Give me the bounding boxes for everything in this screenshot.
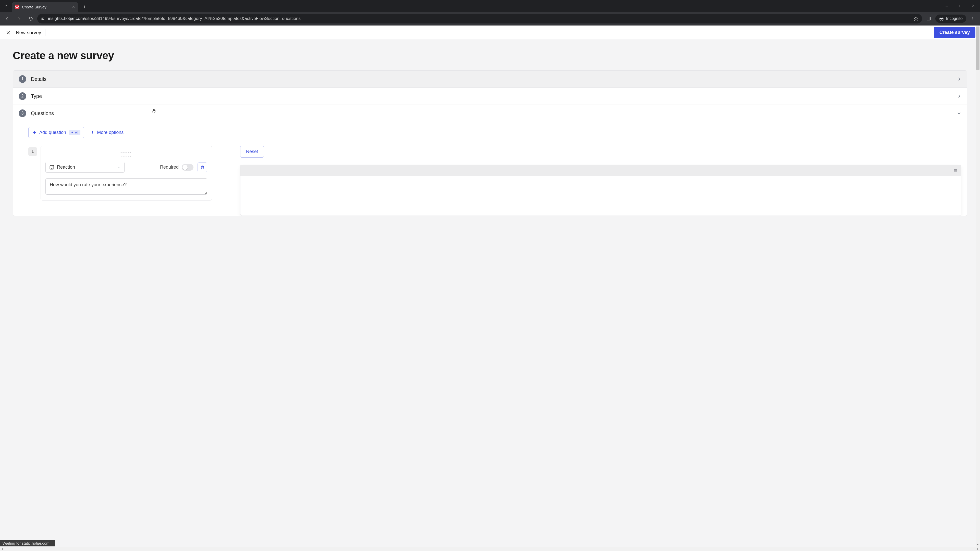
page-body: Create a new survey 1 Details 2 Type 3 Q… (0, 40, 980, 551)
panel-icon (926, 16, 931, 21)
scroll-right-arrow[interactable]: ► (976, 548, 980, 550)
question-card: •••••••••••• Reaction Required (41, 146, 212, 200)
questions-toolbar: Add question AI More options (28, 127, 961, 138)
required-toggle[interactable] (182, 164, 193, 171)
scroll-down-arrow[interactable]: ▼ (976, 542, 980, 547)
svg-point-4 (973, 19, 974, 20)
delete-question-button[interactable] (197, 162, 207, 172)
window-close[interactable] (967, 0, 980, 12)
nav-forward[interactable] (14, 14, 24, 24)
browser-status-bar: Waiting for static.hotjar.com... (0, 540, 55, 546)
close-icon (6, 30, 11, 35)
question-row-controls: Reaction Required (45, 162, 207, 173)
maximize-icon (959, 4, 962, 8)
svg-rect-8 (50, 165, 54, 169)
window-controls (940, 0, 980, 12)
close-editor-button[interactable] (5, 29, 12, 36)
preview-header (240, 165, 961, 176)
bookmark-star-icon[interactable] (913, 16, 918, 21)
kebab-icon (90, 130, 94, 135)
window-minimize[interactable] (940, 0, 953, 12)
step-questions[interactable]: 3 Questions (13, 105, 967, 122)
url-text: insights.hotjar.com/sites/3814994/survey… (48, 16, 910, 21)
sparkle-icon (71, 131, 74, 134)
svg-point-3 (973, 18, 974, 19)
svg-rect-0 (959, 5, 961, 7)
page-viewport: New survey Create survey Create a new su… (0, 25, 980, 551)
hotjar-favicon (15, 5, 19, 9)
step-badge: 3 (19, 110, 26, 117)
chevron-down-icon (957, 111, 961, 116)
browser-toolbar: insights.hotjar.com/sites/3814994/survey… (0, 12, 980, 25)
ai-chip: AI (68, 130, 80, 135)
trash-icon (200, 165, 205, 170)
required-control: Required (160, 164, 193, 171)
nav-back[interactable] (2, 14, 12, 24)
plus-icon (83, 5, 86, 9)
questions-section: Add question AI More options 1 (13, 122, 967, 216)
incognito-label: Incognito (946, 16, 963, 21)
close-icon (72, 5, 75, 8)
question-text-input[interactable] (45, 178, 207, 195)
browser-titlebar: Create Survey (0, 0, 980, 12)
tab-close-button[interactable] (72, 5, 75, 8)
step-type[interactable]: 2 Type (13, 88, 967, 105)
chevron-right-icon (957, 94, 961, 98)
side-panel-button[interactable] (924, 14, 934, 24)
svg-point-6 (92, 132, 93, 133)
svg-point-5 (92, 131, 93, 132)
chevron-right-icon (957, 77, 961, 81)
step-label: Details (31, 76, 46, 82)
browser-menu[interactable] (968, 14, 978, 24)
vertical-scrollbar[interactable]: ▼ (976, 25, 980, 547)
step-badge: 1 (19, 75, 26, 83)
menu-icon[interactable] (953, 168, 958, 173)
page-title: Create a new survey (13, 49, 967, 62)
svg-point-7 (92, 133, 93, 134)
question-index: 1 (28, 147, 37, 156)
preview-column: Reset (240, 146, 961, 216)
browser-tab-active[interactable]: Create Survey (12, 2, 78, 12)
new-tab-button[interactable] (80, 3, 89, 11)
create-survey-button[interactable]: Create survey (934, 27, 975, 38)
step-details[interactable]: 1 Details (13, 71, 967, 88)
svg-rect-1 (927, 17, 931, 20)
question-editor: 1 •••••••••••• Reaction Required (28, 146, 212, 200)
close-icon (972, 4, 975, 8)
step-label: Questions (31, 110, 54, 116)
tab-title: Create Survey (22, 5, 46, 9)
chevron-down-icon (4, 4, 8, 8)
address-bar[interactable]: insights.hotjar.com/sites/3814994/survey… (37, 14, 922, 24)
add-question-label: Add question (39, 130, 66, 135)
horizontal-scrollbar[interactable]: ◄ ► (0, 547, 980, 551)
steps-panel: 1 Details 2 Type 3 Questions (13, 70, 967, 216)
caret-down-icon (117, 165, 121, 169)
incognito-indicator[interactable]: Incognito (935, 14, 966, 23)
incognito-icon (939, 16, 944, 21)
app-header: New survey Create survey (0, 25, 980, 40)
editor-split: 1 •••••••••••• Reaction Required (28, 146, 961, 216)
more-options-button[interactable]: More options (90, 130, 124, 135)
step-label: Type (31, 94, 42, 99)
site-settings-icon[interactable] (41, 17, 45, 21)
question-type-select[interactable]: Reaction (45, 162, 124, 173)
nav-reload[interactable] (25, 14, 36, 24)
question-type-label: Reaction (57, 165, 75, 170)
scroll-left-arrow[interactable]: ◄ (0, 548, 4, 550)
plus-icon (32, 130, 37, 135)
required-label: Required (160, 165, 179, 170)
drag-handle[interactable]: •••••••••••• (45, 151, 207, 158)
editor-title: New survey (16, 30, 41, 35)
reaction-icon (49, 165, 54, 170)
kebab-icon (971, 17, 975, 21)
minimize-icon (945, 4, 948, 8)
svg-point-2 (973, 17, 974, 18)
arrow-left-icon (5, 16, 10, 21)
add-question-button[interactable]: Add question AI (28, 127, 84, 138)
more-options-label: More options (97, 130, 124, 135)
window-maximize[interactable] (953, 0, 967, 12)
tab-search-dropdown[interactable] (0, 0, 12, 12)
scrollbar-thumb[interactable] (976, 27, 980, 70)
reset-preview-button[interactable]: Reset (240, 146, 264, 158)
arrow-right-icon (16, 16, 21, 21)
